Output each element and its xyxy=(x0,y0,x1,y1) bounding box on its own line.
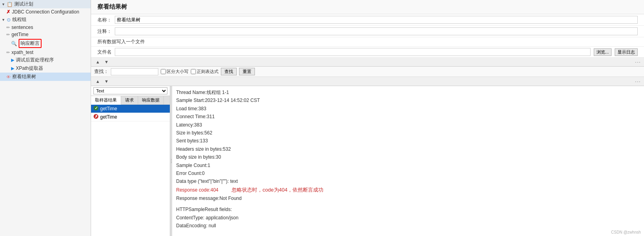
tree-item-jdbc-config[interactable]: ✗JDBC Connection Configuration xyxy=(0,8,91,15)
tree-label: XPath提取器 xyxy=(16,65,43,72)
tree-label: xpath_test xyxy=(11,50,33,55)
detail-line-5: Size in bytes:562 xyxy=(176,129,640,137)
magnifier-icon: 🔍 xyxy=(11,41,17,46)
response-comment: 忽略状态时，code为404，依然断言成功 xyxy=(230,187,324,193)
detail-spacer xyxy=(176,202,640,205)
detail-panel: Thread Name:线程组 1-1Sample Start:2023-12-… xyxy=(172,86,644,236)
tree-item-sentences[interactable]: ✏sentences xyxy=(0,24,91,31)
name-label: 名称： xyxy=(97,17,112,23)
name-row: 名称： xyxy=(91,14,644,26)
detail-line-2: Load time:383 xyxy=(176,105,640,113)
pencil-icon: ✏ xyxy=(6,50,10,55)
find-button[interactable]: 查找 xyxy=(221,68,237,75)
content-area: TextRegExp TesterCSS/JQuery TesterXPath … xyxy=(91,86,644,236)
detail-line-13: Response message:Not Found xyxy=(176,194,640,202)
format-dropdown[interactable]: TextRegExp TesterCSS/JQuery TesterXPath … xyxy=(93,87,167,94)
name-input[interactable] xyxy=(115,16,638,24)
case-sensitive-label: 区分大小写 xyxy=(161,69,188,75)
detail-line-4: Latency:383 xyxy=(176,121,640,129)
search-input[interactable] xyxy=(111,68,158,75)
sample-item-getTime-err[interactable]: ✗getTime xyxy=(91,113,170,121)
arrow-icon: ▶ xyxy=(11,58,14,63)
dropdown-row: TextRegExp TesterCSS/JQuery TesterXPath … xyxy=(91,86,170,96)
comment-row: 注释： xyxy=(91,26,644,37)
detail-line-11: Data type ("text"|"bin"|""): text xyxy=(176,177,640,185)
tree-item-test-plan[interactable]: ▼📋测试计划 xyxy=(0,0,91,8)
tree-item-response-assert[interactable]: 🔍响应断言 xyxy=(0,38,91,49)
sample-item-getTime-ok[interactable]: ✓getTime xyxy=(91,105,170,113)
detail-line-16: ContentType: application/json xyxy=(176,214,640,222)
pencil-icon: ✏ xyxy=(6,32,10,37)
tree-item-xpath-test[interactable]: ✏xpath_test xyxy=(0,49,91,56)
toolbar-up-btn[interactable]: ▲ xyxy=(94,58,101,65)
file-name-input[interactable] xyxy=(115,48,591,56)
comment-label: 注释： xyxy=(97,28,112,35)
detail-line-12: Response code:404 忽略状态时，code为404，依然断言成功 xyxy=(176,186,640,194)
tree-label: getTime xyxy=(11,32,28,37)
samples-panel: TextRegExp TesterCSS/JQuery TesterXPath … xyxy=(91,86,170,236)
eye-icon: 👁 xyxy=(6,75,11,79)
sample-label: getTime xyxy=(100,114,117,120)
svg-text:✓: ✓ xyxy=(95,106,98,110)
comment-input[interactable] xyxy=(115,27,638,35)
tree-label: sentences xyxy=(11,25,33,30)
chevron-down-icon: ▼ xyxy=(2,18,5,22)
toolbar-down-btn-2[interactable]: ▼ xyxy=(103,78,110,85)
tree-label: 线程组 xyxy=(12,16,27,23)
detail-line-15: HTTPSampleResult fields: xyxy=(176,205,640,213)
detail-line-8: Body size in bytes:30 xyxy=(176,153,640,161)
tab-请求[interactable]: 请求 xyxy=(121,96,138,104)
toolbar-row-1: ▲ ▼ ··· xyxy=(91,58,644,67)
detail-line-1: Sample Start:2023-12-14 14:52:02 CST xyxy=(176,96,640,104)
thread-icon: ⊙ xyxy=(7,17,11,23)
tree-label: 测试计划 xyxy=(14,1,33,8)
left-tree-panel: ▼📋测试计划✗JDBC Connection Configuration▼⊙线程… xyxy=(0,0,91,236)
tree-label-highlight: 响应断言 xyxy=(19,39,42,48)
detail-line-3: Connect Time:311 xyxy=(176,113,640,121)
tree-item-result-tree[interactable]: 👁察看结果树 xyxy=(0,73,91,81)
cross-icon: ✗ xyxy=(6,9,10,15)
search-label: 查找： xyxy=(94,68,108,75)
pencil-icon: ✏ xyxy=(6,25,10,30)
tree-label: 察看结果树 xyxy=(12,73,36,80)
sample-list: ✓getTime✗getTime xyxy=(91,105,170,236)
tree-label: 调试后置处理程序 xyxy=(16,57,54,63)
log-button[interactable]: 显示日志 xyxy=(615,48,638,56)
detail-line-9: Sample Count:1 xyxy=(176,161,640,169)
arrow-icon: ▶ xyxy=(11,66,14,71)
test-plan-icon: 📋 xyxy=(7,2,13,7)
reset-button[interactable]: 重置 xyxy=(239,68,255,75)
status-error-icon: ✗ xyxy=(93,114,99,120)
detail-line-0: Thread Name:线程组 1-1 xyxy=(176,88,640,96)
toolbar-dots-1: ··· xyxy=(635,59,641,65)
toolbar-dots-2: ··· xyxy=(635,78,641,84)
detail-line-10: Error Count:0 xyxy=(176,169,640,177)
tree-label: JDBC Connection Configuration xyxy=(12,9,79,15)
file-section-row: 所有数据写入一个文件 xyxy=(91,37,644,47)
right-panel: 察看结果树 名称： 注释： 所有数据写入一个文件 文件名 浏览... 显示日志 … xyxy=(91,0,644,236)
toolbar-up-btn-2[interactable]: ▲ xyxy=(94,78,101,85)
svg-text:✗: ✗ xyxy=(95,114,98,119)
browse-button[interactable]: 浏览... xyxy=(594,48,612,56)
case-sensitive-checkbox[interactable] xyxy=(161,69,166,74)
tree-item-thread-group[interactable]: ▼⊙线程组 xyxy=(0,15,91,24)
toolbar-down-btn[interactable]: ▼ xyxy=(103,58,110,65)
panel-title: 察看结果树 xyxy=(91,0,644,14)
detail-line-7: Headers size in bytes:532 xyxy=(176,145,640,153)
regex-checkbox[interactable] xyxy=(191,69,196,74)
tab-响应数据[interactable]: 响应数据 xyxy=(138,96,164,104)
tabs-row: 取样器结果请求响应数据 xyxy=(91,96,170,105)
tree-item-post-processor[interactable]: ▶调试后置处理程序 xyxy=(0,56,91,64)
sample-label: getTime xyxy=(100,106,117,111)
toolbar-row-2: ▲ ▼ ··· xyxy=(91,77,644,86)
chevron-down-icon: ▼ xyxy=(2,2,5,6)
detail-line-17: DataEncoding: null xyxy=(176,222,640,230)
search-row: 查找： 区分大小写 正则表达式 查找 重置 xyxy=(91,67,644,77)
regex-label: 正则表达式 xyxy=(191,69,218,75)
watermark: CSDN @zwhnsh xyxy=(611,230,641,234)
tree-item-xpath-extractor[interactable]: ▶XPath提取器 xyxy=(0,64,91,73)
file-section-label: 所有数据写入一个文件 xyxy=(97,38,145,45)
file-name-row: 文件名 浏览... 显示日志 xyxy=(91,47,644,58)
tree-item-getTime[interactable]: ✏getTime xyxy=(0,31,91,38)
tab-取样器结果[interactable]: 取样器结果 xyxy=(91,96,121,105)
